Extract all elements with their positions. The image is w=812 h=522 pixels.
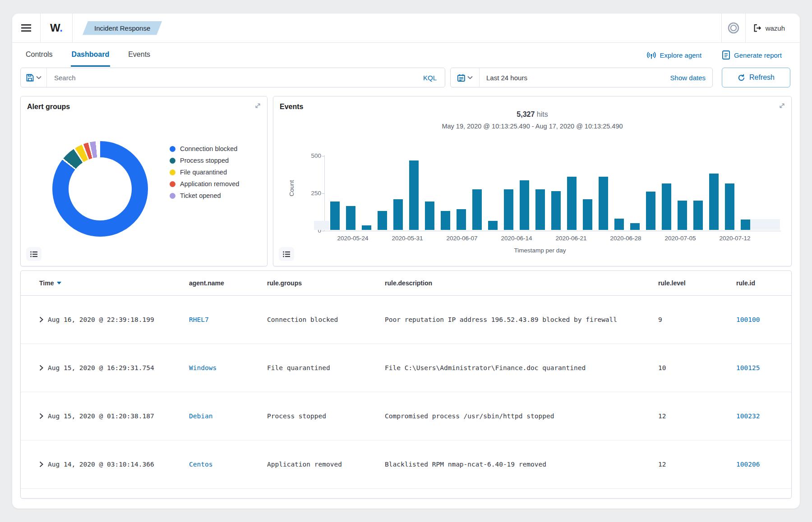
cell-agent-name-link[interactable]: Centos: [189, 461, 212, 468]
cell-rule-groups: Connection blocked: [267, 316, 385, 323]
inspect-chart-button[interactable]: [279, 247, 294, 261]
events-bar[interactable]: [504, 189, 513, 230]
cell-rule-groups: Process stopped: [267, 412, 385, 420]
events-bar[interactable]: [630, 223, 640, 230]
column-header-agent-name[interactable]: agent.name: [189, 279, 267, 287]
legend-color-dot: [170, 169, 175, 175]
events-bar[interactable]: [614, 219, 624, 230]
events-bar[interactable]: [472, 189, 482, 230]
events-bars: [330, 158, 750, 230]
y-axis-line: [324, 155, 325, 231]
calendar-button[interactable]: [451, 68, 480, 87]
events-bar[interactable]: [535, 189, 545, 230]
cell-rule-level: 9: [658, 316, 736, 323]
legend-item[interactable]: File quarantined: [170, 169, 239, 176]
x-tick-label: 2020-06-21: [555, 235, 586, 242]
show-dates-button[interactable]: Show dates: [670, 74, 712, 82]
legend-item[interactable]: Process stopped: [170, 157, 239, 164]
save-icon: [26, 74, 34, 82]
divider: [745, 14, 746, 42]
logout-icon: [754, 24, 762, 32]
column-header-rule-description[interactable]: rule.description: [385, 279, 658, 287]
chevron-down-icon: [36, 76, 42, 79]
expand-row-chevron-icon[interactable]: [39, 413, 43, 419]
events-bar[interactable]: [378, 211, 387, 230]
column-header-rule-id[interactable]: rule.id: [736, 279, 791, 287]
column-header-rule-level[interactable]: rule.level: [658, 279, 736, 287]
cell-rule-id-link[interactable]: 100206: [736, 461, 760, 468]
cell-rule-id-link[interactable]: 100100: [736, 316, 760, 323]
menu-button[interactable]: [12, 14, 40, 42]
expand-row-chevron-icon[interactable]: [39, 461, 43, 467]
events-bar[interactable]: [678, 201, 687, 230]
events-bar[interactable]: [567, 177, 577, 230]
expand-row-chevron-icon[interactable]: [39, 365, 43, 371]
saved-queries-button[interactable]: [21, 68, 47, 87]
cell-rule-id-link[interactable]: 100232: [736, 412, 760, 420]
events-bar[interactable]: [393, 199, 403, 230]
explore-agent-label: Explore agent: [660, 51, 702, 59]
events-bar[interactable]: [709, 174, 719, 230]
y-tick-label: 250: [300, 190, 321, 197]
logo-dot: .: [60, 22, 63, 34]
cell-rule-id-link[interactable]: 100125: [736, 364, 760, 371]
events-bar[interactable]: [425, 201, 434, 230]
expand-panel-button[interactable]: [254, 102, 261, 109]
logout-button[interactable]: wazuh: [754, 24, 785, 32]
column-header-time[interactable]: Time: [39, 279, 189, 287]
wazuh-logo[interactable]: W.: [41, 22, 72, 34]
events-bar[interactable]: [583, 199, 592, 230]
cell-agent-name-link[interactable]: Windows: [189, 364, 217, 371]
table-header: Time agent.name rule.groups rule.descrip…: [21, 271, 791, 296]
time-range-value[interactable]: Last 24 hours: [480, 74, 527, 82]
legend-item[interactable]: Ticket opened: [170, 192, 239, 199]
events-bar[interactable]: [693, 201, 703, 230]
events-bar[interactable]: [551, 191, 561, 230]
hits-count: 5,327 hits: [273, 110, 791, 119]
legend-color-dot: [170, 146, 175, 152]
search-input[interactable]: [47, 74, 415, 82]
events-bar[interactable]: [646, 192, 655, 230]
generate-report-button[interactable]: Generate report: [722, 50, 782, 60]
events-bar[interactable]: [599, 177, 608, 230]
alert-groups-donut-chart[interactable]: [52, 141, 148, 237]
cell-agent-name-link[interactable]: Debian: [189, 412, 212, 420]
events-bar[interactable]: [457, 209, 466, 230]
table-row: Aug 16, 2020 @ 22:39:18.199RHEL7Connecti…: [21, 296, 791, 344]
events-bar[interactable]: [330, 201, 340, 230]
events-bar[interactable]: [741, 220, 750, 230]
events-bar[interactable]: [662, 183, 671, 230]
expand-panel-button[interactable]: [779, 102, 785, 109]
events-bar[interactable]: [409, 160, 419, 230]
events-bar[interactable]: [725, 183, 734, 230]
tabs-row: Controls Dashboard Events Explore agent: [12, 43, 800, 67]
inspect-chart-button[interactable]: [26, 247, 42, 261]
expand-row-chevron-icon[interactable]: [39, 316, 43, 323]
expand-icon: [779, 102, 785, 109]
cell-agent-name-link[interactable]: RHEL7: [189, 316, 209, 323]
explore-agent-button[interactable]: Explore agent: [647, 50, 702, 60]
breadcrumb[interactable]: Incident Response: [83, 21, 162, 35]
events-bar[interactable]: [488, 221, 498, 230]
tab-dashboard[interactable]: Dashboard: [71, 43, 111, 67]
events-panel: Events 5,327 hits May 19, 2020 @ 10:13:2…: [273, 96, 792, 266]
events-bar[interactable]: [346, 206, 355, 230]
partial-bucket-shade: [314, 221, 329, 230]
tab-events[interactable]: Events: [127, 43, 151, 67]
refresh-button[interactable]: Refresh: [722, 68, 790, 87]
search-bar: KQL: [20, 68, 445, 87]
list-icon: [30, 251, 37, 257]
refresh-label: Refresh: [749, 73, 775, 82]
column-header-rule-groups[interactable]: rule.groups: [267, 279, 385, 287]
kql-button[interactable]: KQL: [415, 74, 445, 82]
cell-time: Aug 14, 2020 @ 03:10:14.366: [48, 461, 154, 468]
events-bar[interactable]: [520, 180, 529, 230]
health-indicator[interactable]: [722, 22, 745, 34]
cell-rule-groups: File quarantined: [267, 364, 385, 371]
events-bar[interactable]: [441, 211, 450, 230]
legend-item[interactable]: Connection blocked: [170, 145, 239, 152]
events-bar[interactable]: [362, 225, 371, 230]
table-row: Aug 15, 2020 @ 01:20:38.187DebianProcess…: [21, 392, 791, 440]
tab-controls[interactable]: Controls: [25, 43, 54, 67]
legend-item[interactable]: Application removed: [170, 180, 239, 188]
